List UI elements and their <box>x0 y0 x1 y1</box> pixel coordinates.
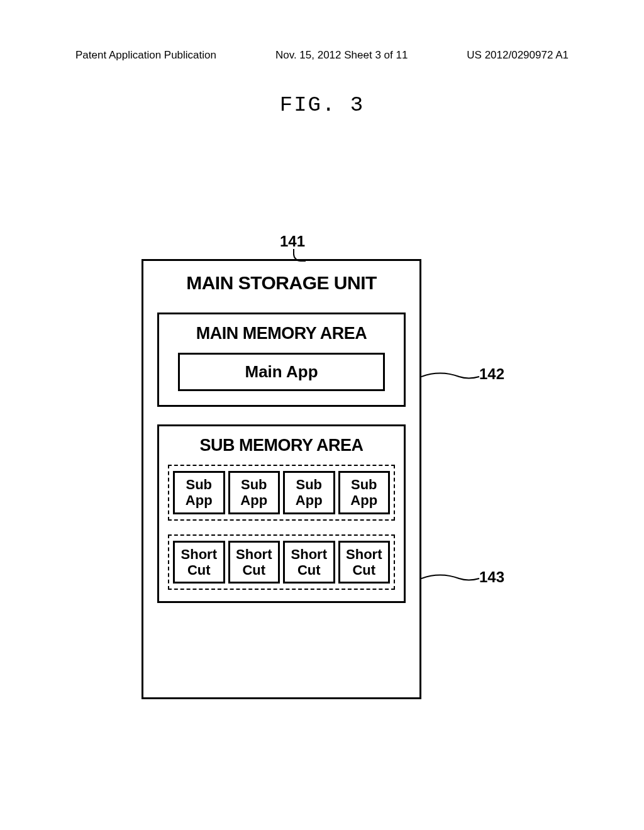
reference-number-142: 142 <box>479 365 504 383</box>
main-memory-title: MAIN MEMORY AREA <box>178 324 385 343</box>
shortcut-box: ShortCut <box>228 541 280 584</box>
callout-line-142 <box>421 371 481 382</box>
sub-app-box: SubApp <box>338 471 391 514</box>
header-date-sheet: Nov. 15, 2012 Sheet 3 of 11 <box>275 49 408 62</box>
figure-title: FIG. 3 <box>0 93 644 117</box>
sub-app-box: SubApp <box>283 471 335 514</box>
main-app-box: Main App <box>178 353 385 391</box>
shortcuts-group: ShortCut ShortCut ShortCut ShortCut <box>168 534 395 590</box>
header-patent-number: US 2012/0290972 A1 <box>467 49 569 62</box>
page-header: Patent Application Publication Nov. 15, … <box>0 49 644 62</box>
shortcut-box: ShortCut <box>338 541 391 584</box>
main-storage-title: MAIN STORAGE UNIT <box>157 272 406 294</box>
shortcut-box: ShortCut <box>173 541 225 584</box>
shortcut-box: ShortCut <box>283 541 335 584</box>
sub-apps-group: SubApp SubApp SubApp SubApp <box>168 465 395 521</box>
reference-number-141: 141 <box>280 233 305 250</box>
sub-app-box: SubApp <box>228 471 280 514</box>
main-storage-unit-box: MAIN STORAGE UNIT MAIN MEMORY AREA Main … <box>142 259 421 699</box>
sub-memory-title: SUB MEMORY AREA <box>168 436 395 455</box>
reference-number-143: 143 <box>479 568 504 586</box>
callout-line-143 <box>421 573 481 584</box>
header-publication: Patent Application Publication <box>75 49 216 62</box>
sub-memory-area-box: SUB MEMORY AREA SubApp SubApp SubApp Sub… <box>157 424 406 603</box>
sub-app-box: SubApp <box>173 471 225 514</box>
main-memory-area-box: MAIN MEMORY AREA Main App <box>157 313 406 407</box>
